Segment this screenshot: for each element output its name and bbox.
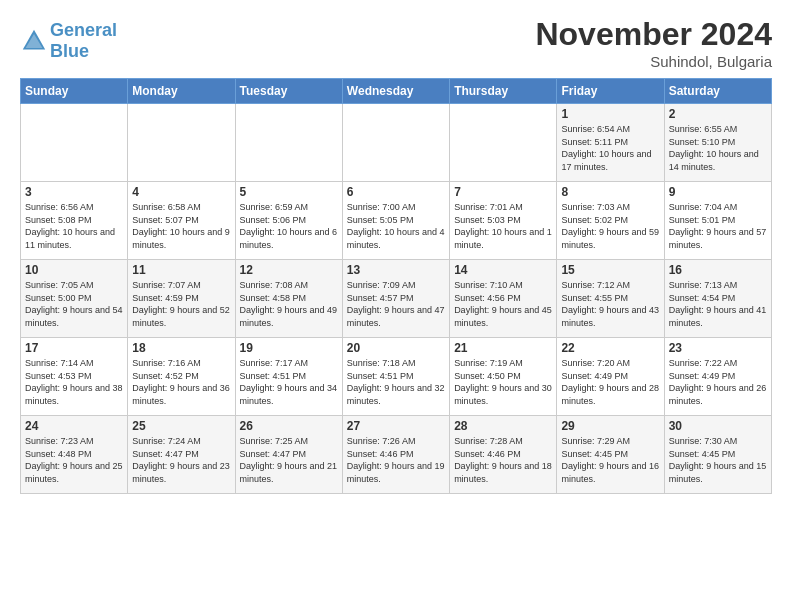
location-subtitle: Suhindol, Bulgaria bbox=[535, 53, 772, 70]
day-info: Sunrise: 7:18 AM Sunset: 4:51 PM Dayligh… bbox=[347, 357, 445, 407]
week-row-2: 3Sunrise: 6:56 AM Sunset: 5:08 PM Daylig… bbox=[21, 182, 772, 260]
day-cell: 1Sunrise: 6:54 AM Sunset: 5:11 PM Daylig… bbox=[557, 104, 664, 182]
day-number: 25 bbox=[132, 419, 230, 433]
day-number: 13 bbox=[347, 263, 445, 277]
day-number: 11 bbox=[132, 263, 230, 277]
day-info: Sunrise: 7:29 AM Sunset: 4:45 PM Dayligh… bbox=[561, 435, 659, 485]
week-row-3: 10Sunrise: 7:05 AM Sunset: 5:00 PM Dayli… bbox=[21, 260, 772, 338]
week-row-5: 24Sunrise: 7:23 AM Sunset: 4:48 PM Dayli… bbox=[21, 416, 772, 494]
day-number: 20 bbox=[347, 341, 445, 355]
week-row-4: 17Sunrise: 7:14 AM Sunset: 4:53 PM Dayli… bbox=[21, 338, 772, 416]
day-info: Sunrise: 7:25 AM Sunset: 4:47 PM Dayligh… bbox=[240, 435, 338, 485]
day-number: 1 bbox=[561, 107, 659, 121]
day-info: Sunrise: 7:24 AM Sunset: 4:47 PM Dayligh… bbox=[132, 435, 230, 485]
day-info: Sunrise: 7:26 AM Sunset: 4:46 PM Dayligh… bbox=[347, 435, 445, 485]
day-cell: 17Sunrise: 7:14 AM Sunset: 4:53 PM Dayli… bbox=[21, 338, 128, 416]
day-cell: 23Sunrise: 7:22 AM Sunset: 4:49 PM Dayli… bbox=[664, 338, 771, 416]
day-number: 21 bbox=[454, 341, 552, 355]
day-cell: 6Sunrise: 7:00 AM Sunset: 5:05 PM Daylig… bbox=[342, 182, 449, 260]
day-number: 7 bbox=[454, 185, 552, 199]
day-number: 12 bbox=[240, 263, 338, 277]
day-cell: 29Sunrise: 7:29 AM Sunset: 4:45 PM Dayli… bbox=[557, 416, 664, 494]
day-cell: 25Sunrise: 7:24 AM Sunset: 4:47 PM Dayli… bbox=[128, 416, 235, 494]
day-number: 14 bbox=[454, 263, 552, 277]
day-cell: 26Sunrise: 7:25 AM Sunset: 4:47 PM Dayli… bbox=[235, 416, 342, 494]
day-number: 23 bbox=[669, 341, 767, 355]
logo-text: General Blue bbox=[50, 20, 117, 62]
day-number: 10 bbox=[25, 263, 123, 277]
day-number: 19 bbox=[240, 341, 338, 355]
day-cell: 13Sunrise: 7:09 AM Sunset: 4:57 PM Dayli… bbox=[342, 260, 449, 338]
day-info: Sunrise: 6:56 AM Sunset: 5:08 PM Dayligh… bbox=[25, 201, 123, 251]
day-info: Sunrise: 7:10 AM Sunset: 4:56 PM Dayligh… bbox=[454, 279, 552, 329]
day-info: Sunrise: 7:13 AM Sunset: 4:54 PM Dayligh… bbox=[669, 279, 767, 329]
day-number: 4 bbox=[132, 185, 230, 199]
day-info: Sunrise: 7:14 AM Sunset: 4:53 PM Dayligh… bbox=[25, 357, 123, 407]
day-number: 2 bbox=[669, 107, 767, 121]
col-header-sunday: Sunday bbox=[21, 79, 128, 104]
day-info: Sunrise: 7:01 AM Sunset: 5:03 PM Dayligh… bbox=[454, 201, 552, 251]
day-number: 9 bbox=[669, 185, 767, 199]
day-number: 22 bbox=[561, 341, 659, 355]
day-info: Sunrise: 7:17 AM Sunset: 4:51 PM Dayligh… bbox=[240, 357, 338, 407]
day-info: Sunrise: 7:20 AM Sunset: 4:49 PM Dayligh… bbox=[561, 357, 659, 407]
day-cell: 3Sunrise: 6:56 AM Sunset: 5:08 PM Daylig… bbox=[21, 182, 128, 260]
day-info: Sunrise: 7:00 AM Sunset: 5:05 PM Dayligh… bbox=[347, 201, 445, 251]
col-header-wednesday: Wednesday bbox=[342, 79, 449, 104]
day-cell: 20Sunrise: 7:18 AM Sunset: 4:51 PM Dayli… bbox=[342, 338, 449, 416]
day-cell bbox=[342, 104, 449, 182]
logo-general: General bbox=[50, 20, 117, 41]
day-number: 26 bbox=[240, 419, 338, 433]
col-header-tuesday: Tuesday bbox=[235, 79, 342, 104]
header: General Blue November 2024 Suhindol, Bul… bbox=[20, 16, 772, 70]
day-number: 27 bbox=[347, 419, 445, 433]
day-number: 5 bbox=[240, 185, 338, 199]
day-cell: 10Sunrise: 7:05 AM Sunset: 5:00 PM Dayli… bbox=[21, 260, 128, 338]
day-info: Sunrise: 7:09 AM Sunset: 4:57 PM Dayligh… bbox=[347, 279, 445, 329]
week-row-1: 1Sunrise: 6:54 AM Sunset: 5:11 PM Daylig… bbox=[21, 104, 772, 182]
day-cell bbox=[235, 104, 342, 182]
day-info: Sunrise: 6:55 AM Sunset: 5:10 PM Dayligh… bbox=[669, 123, 767, 173]
day-number: 3 bbox=[25, 185, 123, 199]
page: General Blue November 2024 Suhindol, Bul… bbox=[0, 0, 792, 612]
calendar-table: SundayMondayTuesdayWednesdayThursdayFrid… bbox=[20, 78, 772, 494]
day-number: 29 bbox=[561, 419, 659, 433]
day-number: 8 bbox=[561, 185, 659, 199]
day-info: Sunrise: 7:03 AM Sunset: 5:02 PM Dayligh… bbox=[561, 201, 659, 251]
day-number: 28 bbox=[454, 419, 552, 433]
day-cell: 30Sunrise: 7:30 AM Sunset: 4:45 PM Dayli… bbox=[664, 416, 771, 494]
day-cell: 4Sunrise: 6:58 AM Sunset: 5:07 PM Daylig… bbox=[128, 182, 235, 260]
day-cell: 7Sunrise: 7:01 AM Sunset: 5:03 PM Daylig… bbox=[450, 182, 557, 260]
day-cell: 11Sunrise: 7:07 AM Sunset: 4:59 PM Dayli… bbox=[128, 260, 235, 338]
day-cell: 5Sunrise: 6:59 AM Sunset: 5:06 PM Daylig… bbox=[235, 182, 342, 260]
day-number: 17 bbox=[25, 341, 123, 355]
day-info: Sunrise: 7:30 AM Sunset: 4:45 PM Dayligh… bbox=[669, 435, 767, 485]
day-cell: 2Sunrise: 6:55 AM Sunset: 5:10 PM Daylig… bbox=[664, 104, 771, 182]
day-cell: 15Sunrise: 7:12 AM Sunset: 4:55 PM Dayli… bbox=[557, 260, 664, 338]
day-info: Sunrise: 7:22 AM Sunset: 4:49 PM Dayligh… bbox=[669, 357, 767, 407]
day-cell bbox=[128, 104, 235, 182]
day-cell: 18Sunrise: 7:16 AM Sunset: 4:52 PM Dayli… bbox=[128, 338, 235, 416]
col-header-thursday: Thursday bbox=[450, 79, 557, 104]
day-cell: 21Sunrise: 7:19 AM Sunset: 4:50 PM Dayli… bbox=[450, 338, 557, 416]
day-number: 30 bbox=[669, 419, 767, 433]
day-info: Sunrise: 7:12 AM Sunset: 4:55 PM Dayligh… bbox=[561, 279, 659, 329]
month-title: November 2024 bbox=[535, 16, 772, 53]
day-info: Sunrise: 7:16 AM Sunset: 4:52 PM Dayligh… bbox=[132, 357, 230, 407]
title-block: November 2024 Suhindol, Bulgaria bbox=[535, 16, 772, 70]
col-header-saturday: Saturday bbox=[664, 79, 771, 104]
day-number: 6 bbox=[347, 185, 445, 199]
day-info: Sunrise: 7:04 AM Sunset: 5:01 PM Dayligh… bbox=[669, 201, 767, 251]
day-info: Sunrise: 7:08 AM Sunset: 4:58 PM Dayligh… bbox=[240, 279, 338, 329]
day-cell bbox=[450, 104, 557, 182]
day-cell: 12Sunrise: 7:08 AM Sunset: 4:58 PM Dayli… bbox=[235, 260, 342, 338]
col-header-friday: Friday bbox=[557, 79, 664, 104]
day-cell: 28Sunrise: 7:28 AM Sunset: 4:46 PM Dayli… bbox=[450, 416, 557, 494]
day-number: 15 bbox=[561, 263, 659, 277]
col-header-monday: Monday bbox=[128, 79, 235, 104]
logo: General Blue bbox=[20, 20, 117, 62]
day-number: 16 bbox=[669, 263, 767, 277]
day-info: Sunrise: 7:28 AM Sunset: 4:46 PM Dayligh… bbox=[454, 435, 552, 485]
day-info: Sunrise: 7:07 AM Sunset: 4:59 PM Dayligh… bbox=[132, 279, 230, 329]
day-cell: 9Sunrise: 7:04 AM Sunset: 5:01 PM Daylig… bbox=[664, 182, 771, 260]
